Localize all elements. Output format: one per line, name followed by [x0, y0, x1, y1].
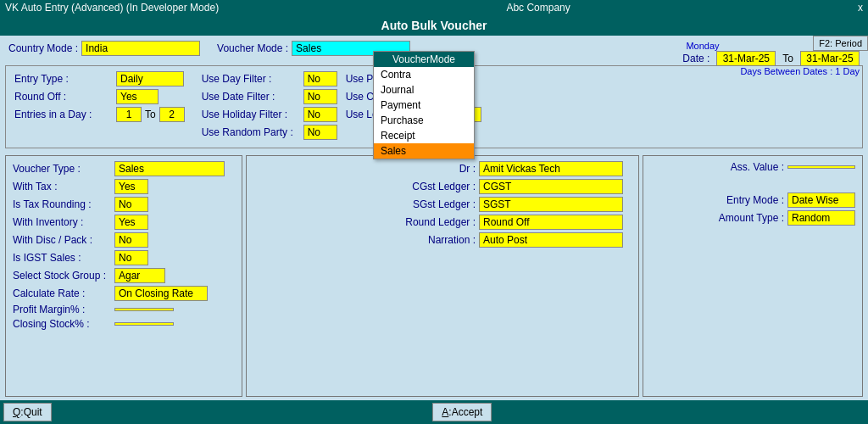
date-label: Date : [682, 53, 709, 64]
use-holiday-filter-label: Use Holiday Filter : [202, 109, 303, 120]
entry-type-label: Entry Type : [14, 73, 116, 85]
use-day-filter-label: Use Day Filter : [202, 73, 303, 85]
accept-label: Accept [452, 406, 483, 418]
with-tax-label: With Tax : [13, 181, 114, 192]
dr-label: Dr : [408, 163, 476, 175]
closing-stock-label: Closing Stock% : [13, 318, 114, 330]
country-mode-field: Country Mode : India [8, 41, 200, 56]
calculate-rate-row: Calculate Rate : On Closing Rate [13, 286, 235, 301]
country-value[interactable]: India [81, 41, 200, 56]
dropdown-item-purchase[interactable]: Purchase [374, 113, 474, 128]
round-off-row: Round Off : Yes [14, 89, 185, 104]
round-ledger-value[interactable]: Round Off [479, 215, 623, 230]
entries-label: Entries in a Day : [14, 109, 116, 120]
round-ledger-label: Round Ledger : [405, 216, 476, 228]
date-to-value[interactable]: 31-Mar-25 [800, 51, 860, 66]
with-disc-pack-value[interactable]: No [114, 232, 148, 248]
cgst-ledger-row: CGst Ledger : CGST [253, 179, 632, 194]
center-panel: Dr : Amit Vickas Tech CGst Ledger : CGST… [246, 155, 639, 397]
profit-margin-value[interactable] [114, 308, 174, 311]
with-inventory-label: With Inventory : [13, 216, 114, 228]
dropdown-header: VoucherMode [374, 52, 474, 67]
use-holiday-filter-value[interactable]: No [303, 107, 337, 122]
company-name: Abc Company [506, 2, 570, 14]
ass-value-label: Ass. Value : [731, 161, 784, 173]
use-price-label: Use P [346, 73, 374, 85]
config-right: Use Day Filter : No Use P Use Date Filte… [202, 71, 854, 142]
accept-key: A [442, 406, 448, 418]
main-header: Auto Bulk Voucher [0, 15, 868, 36]
day-from-label: Monday [673, 41, 732, 51]
ass-value-value[interactable] [787, 165, 855, 169]
closing-stock-row: Closing Stock% : [13, 318, 235, 330]
is-igst-sales-value[interactable]: No [114, 250, 148, 265]
dropdown-item-receipt[interactable]: Receipt [374, 128, 474, 143]
use-day-filter-value[interactable]: No [303, 71, 337, 86]
voucher-type-row: Voucher Type : Sales [13, 161, 235, 176]
is-tax-rounding-label: Is Tax Rounding : [13, 198, 114, 210]
with-tax-row: With Tax : Yes [13, 179, 235, 194]
amount-type-label: Amount Type : [719, 212, 784, 224]
dropdown-item-contra[interactable]: Contra [374, 67, 474, 82]
entries-to-value[interactable]: 2 [159, 107, 185, 122]
quit-label: Quit [24, 406, 42, 418]
cgst-ledger-value[interactable]: CGST [479, 179, 623, 194]
amount-type-value[interactable]: Random [787, 210, 855, 226]
select-stock-group-row: Select Stock Group : Agar [13, 268, 235, 283]
days-between-text: Days Between Dates : 1 Day [673, 66, 860, 76]
dropdown-item-payment[interactable]: Payment [374, 98, 474, 113]
entry-mode-label: Entry Mode : [726, 194, 784, 206]
app-title: VK Auto Entry (Advanced) (In Developer M… [5, 2, 219, 14]
entries-in-day-row: Entries in a Day : 1 To 2 [14, 107, 185, 122]
title-bar: VK Auto Entry (Advanced) (In Developer M… [0, 0, 868, 15]
round-off-label: Round Off : [14, 91, 116, 103]
with-tax-value[interactable]: Yes [114, 179, 148, 194]
use-date-filter-value[interactable]: No [303, 89, 337, 104]
cgst-ledger-label: CGst Ledger : [408, 181, 476, 192]
voucher-type-value[interactable]: Sales [114, 161, 225, 176]
sgst-ledger-label: SGst Ledger : [408, 198, 476, 210]
entry-mode-value[interactable]: Date Wise [787, 192, 855, 208]
use-date-filter-label: Use Date Filter : [202, 91, 303, 103]
narration-row: Narration : Auto Post [253, 232, 632, 248]
accept-button[interactable]: A : Accept [432, 403, 492, 421]
entry-mode-row: Entry Mode : Date Wise [650, 192, 855, 208]
entries-from-value[interactable]: 1 [116, 107, 142, 122]
dropdown-item-sales[interactable]: Sales [374, 143, 474, 159]
use-random-party-value[interactable]: No [303, 125, 337, 140]
calculate-rate-value[interactable]: On Closing Rate [114, 286, 208, 301]
date-row: Date : 31-Mar-25 To 31-Mar-25 [673, 51, 860, 66]
round-ledger-row: Round Ledger : Round Off [253, 215, 632, 230]
voucher-type-label: Voucher Type : [13, 163, 114, 175]
bottom-bar: Q : Quit A : Accept [0, 400, 868, 424]
narration-label: Narration : [408, 234, 476, 246]
amount-type-row: Amount Type : Random [650, 210, 855, 226]
voucher-mode-dropdown[interactable]: VoucherMode Contra Journal Payment Purch… [373, 51, 475, 159]
sgst-ledger-row: SGst Ledger : SGST [253, 197, 632, 212]
sgst-ledger-value[interactable]: SGST [479, 197, 623, 212]
right-panel-values: Ass. Value : Entry Mode : Date Wise Amou… [643, 155, 863, 397]
country-label: Country Mode : [8, 42, 78, 54]
profit-margin-row: Profit Margin% : [13, 304, 235, 315]
is-tax-rounding-value[interactable]: No [114, 197, 148, 212]
f2-period-button[interactable]: F2: Period [813, 36, 868, 51]
date-from-value[interactable]: 31-Mar-25 [716, 51, 776, 66]
dr-row: Dr : Amit Vickas Tech [253, 161, 632, 176]
is-igst-sales-label: Is IGST Sales : [13, 252, 114, 264]
calculate-rate-label: Calculate Rate : [13, 287, 114, 299]
narration-value[interactable]: Auto Post [479, 232, 623, 248]
select-stock-group-value[interactable]: Agar [114, 268, 165, 283]
close-button[interactable]: x [858, 2, 863, 14]
dr-value[interactable]: Amit Vickas Tech [479, 161, 623, 176]
entry-type-value[interactable]: Daily [116, 71, 184, 86]
is-igst-sales-row: Is IGST Sales : No [13, 250, 235, 265]
with-disc-pack-row: With Disc / Pack : No [13, 232, 235, 248]
round-off-value[interactable]: Yes [116, 89, 159, 104]
dropdown-item-journal[interactable]: Journal [374, 82, 474, 98]
left-panel: Voucher Type : Sales With Tax : Yes Is T… [5, 155, 242, 397]
closing-stock-value[interactable] [114, 322, 174, 326]
quit-button[interactable]: Q : Quit [3, 403, 52, 421]
with-inventory-value[interactable]: Yes [114, 215, 148, 230]
profit-margin-label: Profit Margin% : [13, 304, 114, 315]
entry-type-row: Entry Type : Daily [14, 71, 185, 86]
